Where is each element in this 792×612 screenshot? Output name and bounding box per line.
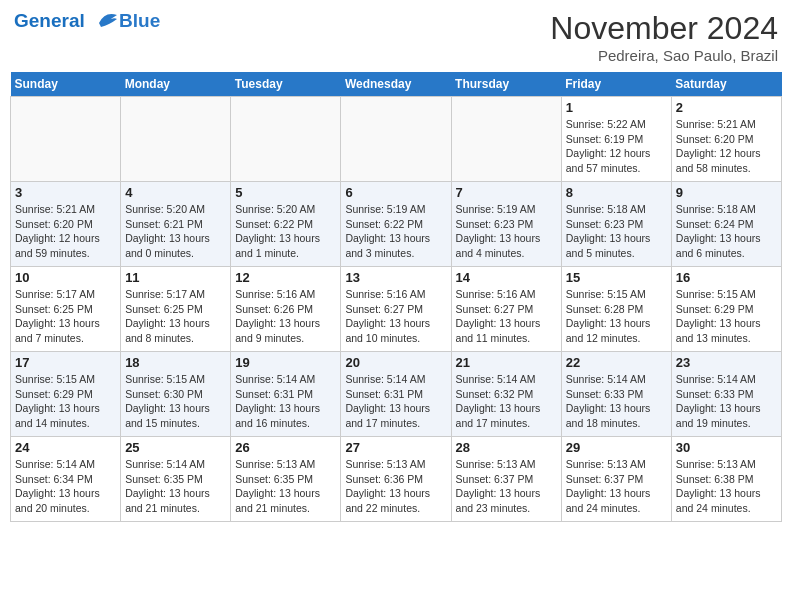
calendar-day-cell: 20Sunrise: 5:14 AM Sunset: 6:31 PM Dayli… [341, 352, 451, 437]
day-number: 4 [125, 185, 226, 200]
day-number: 14 [456, 270, 557, 285]
calendar-day-cell: 23Sunrise: 5:14 AM Sunset: 6:33 PM Dayli… [671, 352, 781, 437]
logo: General Blue [14, 10, 160, 33]
month-title: November 2024 [550, 10, 778, 47]
day-info: Sunrise: 5:14 AM Sunset: 6:32 PM Dayligh… [456, 372, 557, 431]
day-number: 6 [345, 185, 446, 200]
day-number: 13 [345, 270, 446, 285]
calendar-day-cell: 30Sunrise: 5:13 AM Sunset: 6:38 PM Dayli… [671, 437, 781, 522]
weekday-header-monday: Monday [121, 72, 231, 97]
calendar-day-cell: 25Sunrise: 5:14 AM Sunset: 6:35 PM Dayli… [121, 437, 231, 522]
calendar-day-cell: 18Sunrise: 5:15 AM Sunset: 6:30 PM Dayli… [121, 352, 231, 437]
day-number: 18 [125, 355, 226, 370]
calendar-week-row: 24Sunrise: 5:14 AM Sunset: 6:34 PM Dayli… [11, 437, 782, 522]
calendar-day-cell: 7Sunrise: 5:19 AM Sunset: 6:23 PM Daylig… [451, 182, 561, 267]
day-info: Sunrise: 5:22 AM Sunset: 6:19 PM Dayligh… [566, 117, 667, 176]
day-number: 26 [235, 440, 336, 455]
calendar-day-cell: 17Sunrise: 5:15 AM Sunset: 6:29 PM Dayli… [11, 352, 121, 437]
calendar-day-cell: 4Sunrise: 5:20 AM Sunset: 6:21 PM Daylig… [121, 182, 231, 267]
day-number: 17 [15, 355, 116, 370]
calendar-day-cell: 22Sunrise: 5:14 AM Sunset: 6:33 PM Dayli… [561, 352, 671, 437]
day-number: 30 [676, 440, 777, 455]
calendar-day-cell [11, 97, 121, 182]
calendar-day-cell: 26Sunrise: 5:13 AM Sunset: 6:35 PM Dayli… [231, 437, 341, 522]
day-info: Sunrise: 5:14 AM Sunset: 6:34 PM Dayligh… [15, 457, 116, 516]
day-number: 2 [676, 100, 777, 115]
day-number: 1 [566, 100, 667, 115]
day-number: 22 [566, 355, 667, 370]
calendar-day-cell: 2Sunrise: 5:21 AM Sunset: 6:20 PM Daylig… [671, 97, 781, 182]
day-number: 19 [235, 355, 336, 370]
day-info: Sunrise: 5:21 AM Sunset: 6:20 PM Dayligh… [15, 202, 116, 261]
day-info: Sunrise: 5:15 AM Sunset: 6:29 PM Dayligh… [15, 372, 116, 431]
calendar-day-cell: 9Sunrise: 5:18 AM Sunset: 6:24 PM Daylig… [671, 182, 781, 267]
calendar-day-cell: 13Sunrise: 5:16 AM Sunset: 6:27 PM Dayli… [341, 267, 451, 352]
day-number: 3 [15, 185, 116, 200]
calendar-day-cell: 28Sunrise: 5:13 AM Sunset: 6:37 PM Dayli… [451, 437, 561, 522]
logo-bird-icon [93, 11, 119, 33]
day-info: Sunrise: 5:13 AM Sunset: 6:38 PM Dayligh… [676, 457, 777, 516]
calendar-day-cell: 3Sunrise: 5:21 AM Sunset: 6:20 PM Daylig… [11, 182, 121, 267]
day-number: 28 [456, 440, 557, 455]
calendar-day-cell: 16Sunrise: 5:15 AM Sunset: 6:29 PM Dayli… [671, 267, 781, 352]
day-info: Sunrise: 5:20 AM Sunset: 6:21 PM Dayligh… [125, 202, 226, 261]
calendar-table: SundayMondayTuesdayWednesdayThursdayFrid… [10, 72, 782, 522]
logo-text: General [14, 10, 119, 33]
day-info: Sunrise: 5:14 AM Sunset: 6:31 PM Dayligh… [235, 372, 336, 431]
weekday-header-saturday: Saturday [671, 72, 781, 97]
calendar-day-cell: 1Sunrise: 5:22 AM Sunset: 6:19 PM Daylig… [561, 97, 671, 182]
calendar-day-cell: 8Sunrise: 5:18 AM Sunset: 6:23 PM Daylig… [561, 182, 671, 267]
day-number: 20 [345, 355, 446, 370]
day-info: Sunrise: 5:19 AM Sunset: 6:22 PM Dayligh… [345, 202, 446, 261]
calendar-day-cell [121, 97, 231, 182]
calendar-day-cell [451, 97, 561, 182]
calendar-day-cell: 11Sunrise: 5:17 AM Sunset: 6:25 PM Dayli… [121, 267, 231, 352]
day-number: 16 [676, 270, 777, 285]
day-number: 7 [456, 185, 557, 200]
day-info: Sunrise: 5:15 AM Sunset: 6:30 PM Dayligh… [125, 372, 226, 431]
weekday-header-sunday: Sunday [11, 72, 121, 97]
day-info: Sunrise: 5:13 AM Sunset: 6:36 PM Dayligh… [345, 457, 446, 516]
day-info: Sunrise: 5:14 AM Sunset: 6:33 PM Dayligh… [676, 372, 777, 431]
weekday-header-tuesday: Tuesday [231, 72, 341, 97]
calendar-day-cell: 10Sunrise: 5:17 AM Sunset: 6:25 PM Dayli… [11, 267, 121, 352]
day-info: Sunrise: 5:15 AM Sunset: 6:28 PM Dayligh… [566, 287, 667, 346]
page-header: General Blue November 2024 Pedreira, Sao… [10, 10, 782, 64]
calendar-day-cell: 6Sunrise: 5:19 AM Sunset: 6:22 PM Daylig… [341, 182, 451, 267]
day-info: Sunrise: 5:15 AM Sunset: 6:29 PM Dayligh… [676, 287, 777, 346]
location-subtitle: Pedreira, Sao Paulo, Brazil [550, 47, 778, 64]
day-info: Sunrise: 5:14 AM Sunset: 6:33 PM Dayligh… [566, 372, 667, 431]
calendar-day-cell: 12Sunrise: 5:16 AM Sunset: 6:26 PM Dayli… [231, 267, 341, 352]
calendar-day-cell: 21Sunrise: 5:14 AM Sunset: 6:32 PM Dayli… [451, 352, 561, 437]
day-number: 24 [15, 440, 116, 455]
calendar-day-cell: 29Sunrise: 5:13 AM Sunset: 6:37 PM Dayli… [561, 437, 671, 522]
day-number: 10 [15, 270, 116, 285]
day-number: 29 [566, 440, 667, 455]
day-number: 8 [566, 185, 667, 200]
day-info: Sunrise: 5:18 AM Sunset: 6:23 PM Dayligh… [566, 202, 667, 261]
day-info: Sunrise: 5:21 AM Sunset: 6:20 PM Dayligh… [676, 117, 777, 176]
day-number: 12 [235, 270, 336, 285]
calendar-day-cell: 19Sunrise: 5:14 AM Sunset: 6:31 PM Dayli… [231, 352, 341, 437]
calendar-day-cell: 24Sunrise: 5:14 AM Sunset: 6:34 PM Dayli… [11, 437, 121, 522]
day-info: Sunrise: 5:19 AM Sunset: 6:23 PM Dayligh… [456, 202, 557, 261]
calendar-week-row: 17Sunrise: 5:15 AM Sunset: 6:29 PM Dayli… [11, 352, 782, 437]
logo-blue: Blue [119, 10, 160, 32]
calendar-day-cell: 27Sunrise: 5:13 AM Sunset: 6:36 PM Dayli… [341, 437, 451, 522]
title-block: November 2024 Pedreira, Sao Paulo, Brazi… [550, 10, 778, 64]
calendar-day-cell [231, 97, 341, 182]
day-info: Sunrise: 5:18 AM Sunset: 6:24 PM Dayligh… [676, 202, 777, 261]
day-info: Sunrise: 5:13 AM Sunset: 6:37 PM Dayligh… [566, 457, 667, 516]
day-number: 15 [566, 270, 667, 285]
calendar-day-cell: 14Sunrise: 5:16 AM Sunset: 6:27 PM Dayli… [451, 267, 561, 352]
day-info: Sunrise: 5:16 AM Sunset: 6:27 PM Dayligh… [345, 287, 446, 346]
calendar-day-cell [341, 97, 451, 182]
day-number: 23 [676, 355, 777, 370]
day-number: 5 [235, 185, 336, 200]
calendar-day-cell: 5Sunrise: 5:20 AM Sunset: 6:22 PM Daylig… [231, 182, 341, 267]
day-number: 11 [125, 270, 226, 285]
weekday-header-wednesday: Wednesday [341, 72, 451, 97]
day-info: Sunrise: 5:17 AM Sunset: 6:25 PM Dayligh… [15, 287, 116, 346]
weekday-header-thursday: Thursday [451, 72, 561, 97]
day-info: Sunrise: 5:16 AM Sunset: 6:26 PM Dayligh… [235, 287, 336, 346]
